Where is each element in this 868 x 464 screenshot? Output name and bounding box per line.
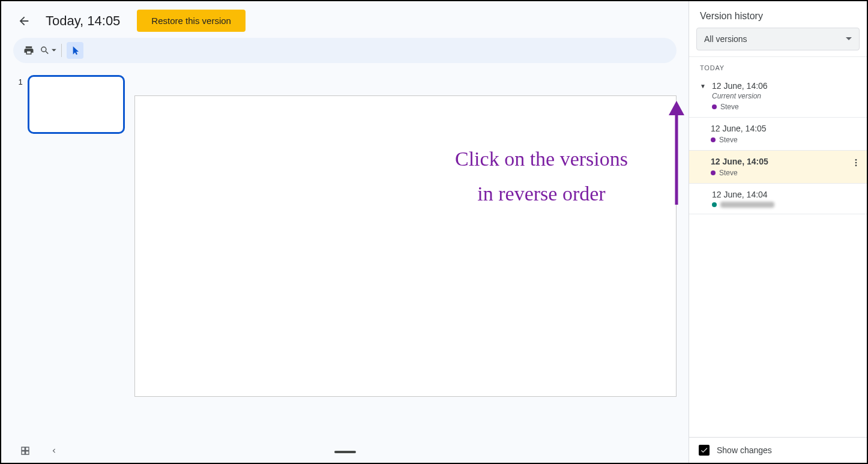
version-timestamp: 12 June, 14:05 bbox=[711, 157, 768, 166]
thumbnail-preview bbox=[28, 75, 125, 134]
pointer-icon bbox=[70, 46, 80, 55]
grid-icon bbox=[20, 446, 30, 456]
version-editor bbox=[712, 202, 861, 208]
editor-name: Steve bbox=[719, 136, 738, 144]
more-vert-icon bbox=[851, 158, 861, 167]
version-item-current[interactable]: ▼ 12 June, 14:06 Current version Steve bbox=[689, 75, 867, 118]
version-item-selected[interactable]: 12 June, 14:05 Steve bbox=[689, 151, 867, 184]
arrow-left-icon bbox=[17, 14, 31, 28]
dropdown-label: All versions bbox=[704, 34, 747, 44]
show-changes-label: Show changes bbox=[717, 445, 772, 455]
version-list: ▼ 12 June, 14:06 Current version Steve 1… bbox=[689, 75, 867, 437]
print-button[interactable] bbox=[20, 42, 37, 59]
drag-handle[interactable] bbox=[334, 451, 356, 453]
slide-canvas[interactable] bbox=[134, 95, 677, 397]
editor-name: Steve bbox=[720, 103, 739, 111]
slide-thumbnail[interactable]: 1 bbox=[17, 75, 125, 134]
print-icon bbox=[23, 45, 34, 56]
sidebar-title: Version history bbox=[689, 1, 867, 28]
zoom-button[interactable] bbox=[40, 42, 56, 59]
dropdown-caret-icon bbox=[846, 36, 852, 42]
sidebar-footer: Show changes bbox=[689, 437, 867, 463]
editor-color-dot bbox=[712, 104, 717, 109]
editor-color-dot bbox=[711, 137, 716, 142]
grid-view-button[interactable] bbox=[17, 442, 34, 459]
show-changes-checkbox[interactable] bbox=[699, 445, 710, 456]
svg-point-2 bbox=[855, 164, 857, 166]
version-subtitle: Current version bbox=[712, 92, 861, 100]
version-timestamp: 12 June, 14:06 bbox=[712, 81, 768, 91]
version-timestamp: 12 June, 14:05 bbox=[711, 124, 767, 133]
expand-caret-icon: ▼ bbox=[700, 83, 708, 89]
dropdown-icon bbox=[52, 48, 56, 53]
svg-point-1 bbox=[855, 162, 857, 164]
restore-button[interactable]: Restore this version bbox=[137, 10, 246, 32]
version-editor: Steve bbox=[712, 103, 861, 111]
pointer-tool[interactable] bbox=[67, 42, 83, 59]
toolbar-separator bbox=[61, 44, 62, 57]
version-title: Today, 14:05 bbox=[46, 13, 120, 29]
check-icon bbox=[700, 446, 708, 454]
header: Today, 14:05 Restore this version bbox=[1, 1, 689, 38]
slide-number: 1 bbox=[17, 75, 23, 134]
chevron-left-icon bbox=[50, 447, 58, 455]
toolbar bbox=[13, 38, 677, 63]
version-item[interactable]: 12 June, 14:04 bbox=[689, 184, 867, 214]
version-item[interactable]: 12 June, 14:05 Steve bbox=[689, 118, 867, 151]
version-editor: Steve bbox=[711, 169, 861, 177]
editor-color-dot bbox=[712, 202, 717, 207]
editor-color-dot bbox=[711, 170, 716, 175]
group-label: TODAY bbox=[689, 56, 867, 75]
svg-point-0 bbox=[855, 159, 857, 161]
more-options-button[interactable] bbox=[851, 158, 861, 170]
version-filter-dropdown[interactable]: All versions bbox=[696, 28, 860, 50]
version-history-sidebar: Version history All versions TODAY ▼ 12 … bbox=[689, 1, 867, 463]
prev-slide-button[interactable] bbox=[46, 442, 62, 459]
slide-canvas-area bbox=[131, 75, 689, 424]
zoom-icon bbox=[40, 45, 50, 56]
version-timestamp: 12 June, 14:04 bbox=[712, 190, 768, 199]
editor-name: Steve bbox=[719, 169, 738, 177]
filmstrip: 1 bbox=[1, 75, 131, 424]
back-button[interactable] bbox=[14, 11, 34, 31]
editor-name-redacted bbox=[720, 202, 774, 208]
version-editor: Steve bbox=[711, 136, 861, 144]
